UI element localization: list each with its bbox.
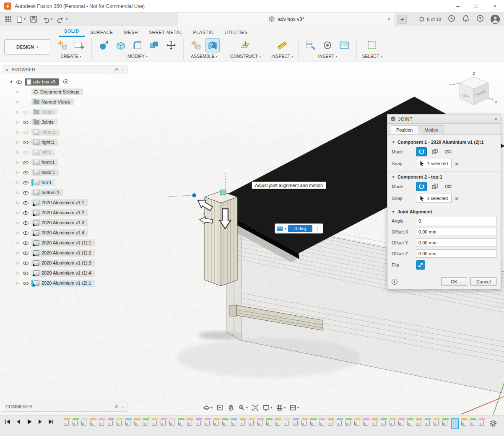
offset-x-field[interactable] [416,228,496,236]
timeline-feature-icon[interactable] [134,418,140,428]
disclosure-triangle[interactable]: ▷ [16,150,20,154]
avatar[interactable] [491,15,500,24]
panel-edge-chevron-icon[interactable]: › [122,67,124,72]
browser-item-inner[interactable]: ▷ inner:1 [2,127,127,137]
browser-item-joints[interactable]: ▷ Joints [2,117,127,127]
timeline-position-marker[interactable] [451,418,459,429]
timeline-feature-icon[interactable] [152,418,158,428]
disclosure-triangle[interactable]: ▷ [16,190,20,195]
joint-icon[interactable] [205,38,220,52]
notifications-bell-icon[interactable] [462,15,470,24]
mode-motion-link-button[interactable] [443,182,454,191]
more-options-icon[interactable]: ⋮ [314,226,321,231]
visibility-eye-icon[interactable] [23,180,29,185]
timeline-feature-icon[interactable] [275,418,281,428]
timeline-feature-icon[interactable] [231,418,237,428]
angle-input[interactable]: 0 deg [288,225,312,232]
visibility-eye-icon[interactable] [23,150,29,155]
workspace-switcher-button[interactable]: DESIGN ▾ [4,39,50,54]
display-settings-icon[interactable]: ▾ [262,404,272,411]
disclosure-triangle[interactable]: ▷ [16,140,20,144]
timeline-feature-icon[interactable] [161,418,167,428]
tab-plastic[interactable]: PLASTIC [188,28,219,37]
timeline-feature-icon[interactable] [64,418,70,428]
collapse-panel-icon[interactable]: « [5,67,8,72]
modify-menu-button[interactable]: MODIFY▾ [127,54,148,59]
tab-solid[interactable]: SOLID [59,26,85,37]
mode-between-faces-button[interactable] [429,147,440,156]
timeline-feature-icon[interactable] [81,418,88,428]
skip-end-icon[interactable] [48,418,55,427]
new-component-icon[interactable] [55,38,70,52]
browser-item-document-settings[interactable]: ▷ Document Settings [2,87,127,97]
timeline-feature-icon[interactable] [117,418,123,428]
select-box-icon[interactable] [365,38,379,52]
timeline-feature-icon[interactable] [346,418,352,428]
step-forward-icon[interactable] [37,418,44,427]
timeline-feature-icon[interactable] [372,418,378,428]
canvas-icon[interactable] [337,38,351,52]
tab-sheet-metal[interactable]: SHEET METAL [143,28,188,37]
construct-plane-icon[interactable] [238,38,252,52]
disclosure-triangle[interactable]: ▷ [16,261,20,265]
browser-item-aluminium-1-4[interactable]: ▷ 2020 Aluminium v1 (1):4 [2,268,127,278]
section-collapse-icon[interactable]: ▼ [392,140,395,144]
insert-svg-icon[interactable]: SVG [304,38,318,52]
timeline-feature-icon[interactable] [73,418,79,428]
timeline-feature-icon[interactable] [301,418,308,428]
browser-item-bottom[interactable]: ▷ bottom:1 [2,187,127,197]
snap-selection-button[interactable]: 1 selected [416,159,452,168]
shell-icon[interactable] [114,38,128,52]
visibility-eye-icon[interactable] [23,220,29,226]
skip-start-icon[interactable] [4,418,11,427]
timeline-feature-icon[interactable] [354,418,361,428]
document-tab[interactable]: adv box v3* × [178,13,394,26]
save-button[interactable] [30,16,37,23]
tab-mesh[interactable]: MESH [118,28,143,37]
assemble-menu-button[interactable]: ASSEMBLE▾ [191,54,218,59]
disclosure-triangle[interactable]: ▷ [16,200,20,205]
joint-motion-type-icon[interactable] [277,226,283,231]
timeline-feature-icon[interactable] [99,418,105,428]
create-menu-button[interactable]: CREATE▾ [61,54,81,59]
disclosure-triangle[interactable]: ▷ [16,281,20,285]
timeline-feature-icon[interactable] [187,418,193,428]
insert-menu-button[interactable]: INSERT▾ [318,54,337,59]
clear-selection-icon[interactable]: × [454,195,459,202]
mode-simple-button[interactable] [416,182,427,191]
viewport-canvas[interactable]: Z LEFT FRONT Y X Adjust joint alignment … [0,62,504,415]
timeline-feature-icon[interactable] [337,418,343,428]
browser-item-aluminium-4[interactable]: ▷ 2020 Aluminium v1:4 [2,228,127,238]
grid-icon[interactable]: ▾ [276,404,286,411]
visibility-eye-icon[interactable] [23,119,29,125]
disclosure-triangle[interactable]: ▼ [9,80,13,84]
visibility-eye-icon[interactable] [23,170,29,175]
timeline-feature-icon[interactable] [257,418,264,428]
browser-item-front[interactable]: ▷ front:1 [2,157,127,167]
timeline-feature-icon[interactable] [240,418,246,428]
close-button[interactable]: × [486,0,504,13]
undo-button[interactable]: ▾ [42,16,52,23]
insert-mcmaster-icon[interactable] [320,38,335,52]
collapse-circle-icon[interactable]: ⊖ [115,67,119,73]
pan-icon[interactable] [227,404,234,411]
angle-field[interactable] [416,217,496,225]
clear-selection-icon[interactable]: × [454,161,459,167]
disclosure-triangle[interactable]: ▷ [16,251,20,255]
activate-component-radio[interactable] [63,79,68,84]
timeline-feature-icon[interactable] [310,418,317,428]
mode-motion-link-button[interactable] [443,147,454,156]
browser-item-aluminium-1[interactable]: ▷ 2020 Aluminium v1:1 [2,197,127,208]
disclosure-triangle[interactable]: ▷ [16,231,20,235]
ok-button[interactable]: OK [441,277,467,286]
job-status-button[interactable]: 8 of 10 [418,16,441,23]
browser-item-origin[interactable]: ▷ Origin [2,107,127,117]
zoom-icon[interactable]: ▾ [238,404,248,411]
clock-icon[interactable] [448,15,455,24]
visibility-eye-icon[interactable] [23,190,29,195]
snap-selection-button[interactable]: 1 selected [416,194,452,203]
mode-between-faces-button[interactable] [429,182,440,191]
tab-utilities[interactable]: UTILITIES [219,28,253,37]
joint-snap-point[interactable] [220,190,226,195]
timeline-feature-icon[interactable] [249,418,255,428]
